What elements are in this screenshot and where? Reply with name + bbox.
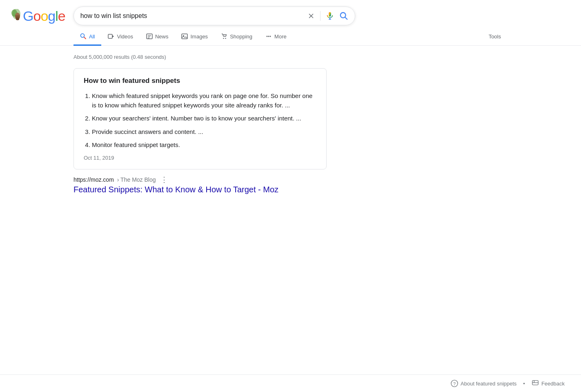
svg-rect-22 [182,34,187,39]
svg-marker-17 [112,35,114,38]
search-result: https://moz.com › The Moz Blog ⋮ Feature… [73,176,327,194]
results-count: About 5,000,000 results (0.48 seconds) [73,54,327,60]
voice-search-button[interactable] [325,11,334,20]
result-more-button[interactable]: ⋮ [159,176,169,183]
svg-point-14 [81,34,85,38]
result-breadcrumb: › The Moz Blog [117,176,156,183]
tab-news[interactable]: News [140,28,175,46]
logo-e: e [58,8,65,24]
pinecone-decoration [10,9,22,21]
more-icon [265,33,272,40]
search-bar-wrapper [73,7,355,25]
shopping-icon [221,33,227,40]
svg-point-25 [225,38,226,39]
clear-icon [307,12,315,20]
snippet-item-3: Provide succinct answers and content. ..… [92,127,316,137]
result-url: https://moz.com [73,176,114,183]
snippet-list: Know which featured snippet keywords you… [84,91,316,150]
header: Google [0,0,581,25]
main-content: About 5,000,000 results (0.48 seconds) H… [0,46,327,205]
search-bar[interactable] [73,7,355,25]
tab-videos[interactable]: Videos [101,28,140,46]
snippet-item-4: Monitor featured snippet targets. [92,140,316,150]
tab-tools[interactable]: Tools [482,29,508,45]
result-url-row: https://moz.com › The Moz Blog ⋮ [73,176,327,183]
svg-point-23 [183,35,184,36]
images-icon [181,33,188,40]
logo-o1: o [33,8,40,24]
snippet-item-1: Know which featured snippet keywords you… [92,91,316,110]
logo-g2: g [48,8,55,24]
search-icons [307,11,348,21]
tab-images[interactable]: Images [175,28,214,46]
clear-button[interactable] [307,12,315,20]
svg-rect-16 [108,34,112,38]
svg-line-15 [84,37,86,39]
divider [320,11,321,21]
tab-shopping[interactable]: Shopping [214,28,259,46]
search-submit-button[interactable] [339,11,348,20]
snippet-item-2: Know your searchers' intent. Number two … [92,114,316,123]
result-title-link[interactable]: Featured Snippets: What to Know & How to… [73,185,327,194]
logo-g: G [23,8,33,24]
videos-icon [108,33,114,40]
svg-point-6 [16,18,19,20]
snippet-title: How to win featured snippets [84,77,316,85]
google-logo[interactable]: Google [10,8,65,24]
svg-point-26 [267,36,268,37]
search-input[interactable] [80,12,304,20]
svg-rect-9 [329,12,331,17]
snippet-date: Oct 11, 2019 [84,155,316,161]
svg-point-24 [223,38,224,39]
svg-point-27 [268,36,269,37]
microphone-icon [325,11,334,20]
search-icon [339,11,348,20]
featured-snippet: How to win featured snippets Know which … [73,68,327,169]
svg-line-13 [345,17,347,19]
news-icon [146,33,153,40]
all-icon [80,33,87,40]
tab-more[interactable]: More [259,28,293,46]
logo-o2: o [40,8,48,24]
nav-tabs: All Videos News Images Shopping [0,28,581,46]
tab-all[interactable]: All [73,28,101,46]
svg-point-28 [270,36,271,37]
